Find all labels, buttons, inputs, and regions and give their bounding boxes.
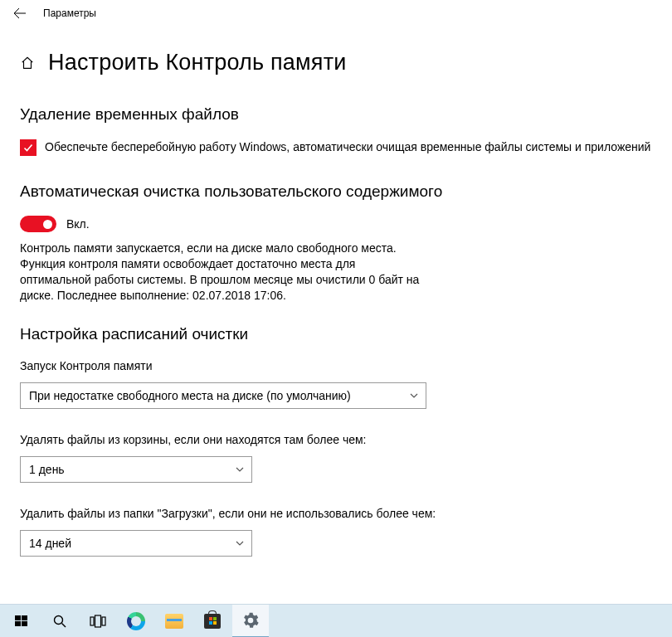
recycle-bin-dropdown[interactable]: 1 день <box>20 456 252 483</box>
edge-icon <box>127 612 145 630</box>
run-storage-sense-label: Запуск Контроля памяти <box>20 358 451 374</box>
auto-cleanup-description: Контроль памяти запускается, если на дис… <box>20 241 426 304</box>
auto-cleanup-toggle-label: Вкл. <box>66 217 90 231</box>
run-storage-sense-value: При недостатке свободного места на диске… <box>29 389 351 402</box>
section-temp-files-heading: Удаление временных файлов <box>20 105 652 124</box>
temp-files-checkbox-label: Обеспечьте бесперебойную работу Windows,… <box>45 139 650 155</box>
section-schedule-heading: Настройка расписаний очистки <box>20 325 652 343</box>
taskbar-ms-store[interactable] <box>194 605 231 638</box>
svg-rect-6 <box>90 617 94 625</box>
page-title: Настроить Контроль памяти <box>48 50 346 75</box>
downloads-label: Удалить файлы из папки "Загрузки", если … <box>20 506 451 522</box>
svg-rect-2 <box>15 621 21 626</box>
run-storage-sense-dropdown[interactable]: При недостатке свободного места на диске… <box>20 382 426 409</box>
page-header: Настроить Контроль памяти <box>20 50 652 75</box>
section-auto-cleanup-heading: Автоматическая очистка пользовательского… <box>20 182 451 201</box>
arrow-left-icon <box>13 7 27 20</box>
auto-cleanup-toggle[interactable] <box>20 216 56 232</box>
taskbar-file-explorer[interactable] <box>156 605 192 638</box>
gear-icon <box>242 612 259 629</box>
chevron-down-icon <box>235 538 245 548</box>
chevron-down-icon <box>235 464 245 474</box>
taskbar <box>0 604 672 637</box>
recycle-bin-label: Удалять файлы из корзины, если они наход… <box>20 432 451 448</box>
svg-rect-7 <box>95 615 101 627</box>
downloads-dropdown[interactable]: 14 дней <box>20 530 252 557</box>
search-button[interactable] <box>41 605 78 638</box>
taskbar-settings[interactable] <box>232 605 269 638</box>
recycle-bin-value: 1 день <box>29 463 65 476</box>
store-icon <box>204 614 221 629</box>
home-icon <box>20 56 35 71</box>
svg-rect-8 <box>102 617 105 625</box>
toggle-knob <box>43 220 52 229</box>
page-content: Настроить Контроль памяти Удаление време… <box>0 27 672 557</box>
task-view-icon <box>90 615 106 628</box>
checkmark-icon <box>22 142 34 153</box>
window-title: Параметры <box>43 7 96 19</box>
temp-files-checkbox-row: Обеспечьте бесперебойную работу Windows,… <box>20 139 652 156</box>
home-button[interactable] <box>20 56 35 71</box>
back-button[interactable] <box>7 0 33 27</box>
task-view-button[interactable] <box>80 605 116 638</box>
svg-rect-0 <box>15 615 21 620</box>
windows-icon <box>15 615 28 628</box>
titlebar: Параметры <box>0 0 672 27</box>
folder-icon <box>165 614 183 629</box>
auto-cleanup-toggle-row: Вкл. <box>20 216 652 232</box>
svg-line-5 <box>62 623 66 627</box>
taskbar-edge[interactable] <box>118 605 154 638</box>
temp-files-checkbox[interactable] <box>20 139 37 156</box>
chevron-down-icon <box>409 391 419 401</box>
svg-point-4 <box>55 615 63 624</box>
start-button[interactable] <box>3 605 40 638</box>
svg-rect-1 <box>22 615 27 620</box>
search-icon <box>52 614 67 629</box>
downloads-value: 14 дней <box>29 537 71 550</box>
svg-rect-3 <box>22 621 27 626</box>
